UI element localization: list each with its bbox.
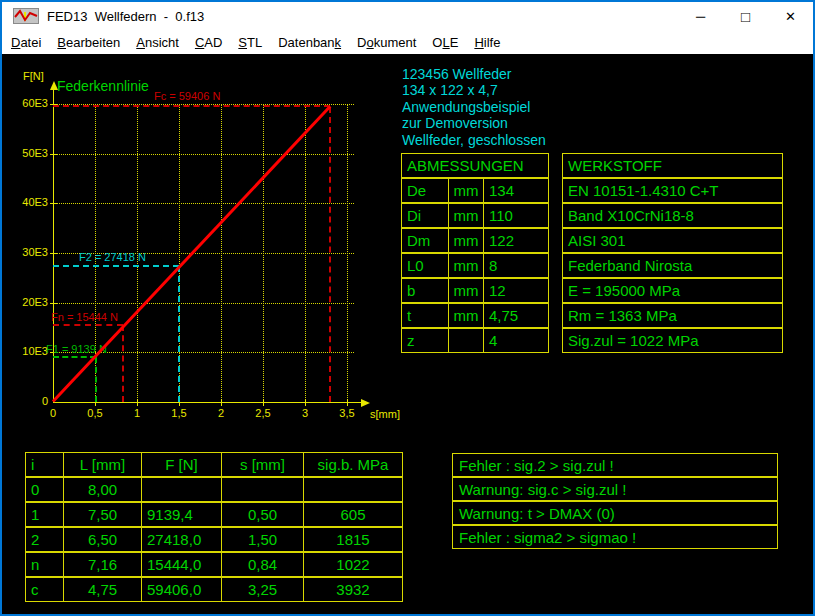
dim-unit: mm bbox=[448, 179, 483, 202]
f2-label: F2 = 27418 N bbox=[79, 252, 146, 263]
cell-s: 3,25 bbox=[221, 578, 303, 601]
info-line: Wellfeder, geschlossen bbox=[402, 132, 546, 148]
x-tick-label: 0 bbox=[38, 408, 68, 419]
dim-value: 122 bbox=[483, 229, 548, 252]
cell-i: n bbox=[26, 553, 63, 576]
message-list: Fehler : sig.2 > sig.zul ! Warnung: sig.… bbox=[452, 453, 778, 549]
info-line: zur Demoversion bbox=[402, 115, 546, 131]
table-row: AISI 301 bbox=[562, 228, 783, 253]
table-row: Di mm 110 bbox=[401, 203, 549, 228]
table-row: Rm = 1363 MPa bbox=[562, 303, 783, 328]
cell-sig: 605 bbox=[303, 503, 402, 526]
title-bar: FED13 Wellfedern - 0.f13 ─ □ ✕ bbox=[2, 2, 813, 30]
abmessungen-table: ABMESSUNGEN De mm 134 Di mm 110 Dm mm 12… bbox=[401, 153, 549, 353]
menu-label-key: o bbox=[366, 35, 373, 50]
dim-name: t bbox=[402, 304, 448, 327]
cell-F: 15444,0 bbox=[141, 553, 221, 576]
x-tick bbox=[221, 399, 222, 406]
cell-L: 7,50 bbox=[63, 503, 141, 526]
table-row: E = 195000 MPa bbox=[562, 278, 783, 303]
table-title: ABMESSUNGEN bbox=[402, 154, 524, 177]
x-tick-label: 1 bbox=[122, 408, 152, 419]
menu-label-key: B bbox=[57, 35, 66, 50]
menu-label-post: earbeiten bbox=[66, 35, 120, 50]
spring-curve-icon bbox=[13, 8, 39, 24]
x-tick-label: 1,5 bbox=[164, 408, 194, 419]
menu-item-hilfe[interactable]: Hilfe bbox=[474, 35, 500, 50]
table-row: L0 mm 8 bbox=[401, 253, 549, 278]
menu-item-bearbeiten[interactable]: Bearbeiten bbox=[57, 35, 120, 50]
table-row: t mm 4,75 bbox=[401, 303, 549, 328]
table-row: c 4,75 59406,0 3,25 3932 bbox=[25, 577, 403, 602]
maximize-button-icon[interactable]: □ bbox=[723, 2, 768, 30]
grid-line bbox=[53, 154, 354, 155]
col-header: F [N] bbox=[141, 453, 221, 476]
chart-title: Federkennlinie bbox=[57, 78, 149, 94]
dim-value: 110 bbox=[483, 204, 548, 227]
table-row: EN 10151-1.4310 C+T bbox=[562, 178, 783, 203]
cell-s bbox=[221, 478, 303, 501]
y-axis-arrow-icon bbox=[50, 81, 58, 90]
app-icon[interactable] bbox=[13, 8, 39, 24]
table-row: b mm 12 bbox=[401, 278, 549, 303]
minimize-button-icon[interactable]: ─ bbox=[678, 2, 723, 30]
y-tick bbox=[50, 154, 57, 155]
menu-label-pre: Datenban bbox=[278, 35, 334, 50]
y-tick-label: 30E3 bbox=[18, 247, 48, 258]
cell-sig: 1815 bbox=[303, 528, 402, 551]
cell-sig: 3932 bbox=[303, 578, 402, 601]
menu-item-ansicht[interactable]: Ansicht bbox=[136, 35, 179, 50]
dim-value: 8 bbox=[483, 254, 548, 277]
menu-label-post: kument bbox=[374, 35, 417, 50]
warning-message: Warnung: sig.c > sig.zul ! bbox=[452, 477, 778, 501]
menu-item-stl[interactable]: STL bbox=[238, 35, 262, 50]
f1-hline bbox=[53, 356, 96, 358]
table-row: z 4 bbox=[401, 328, 549, 353]
cell-L: 4,75 bbox=[63, 578, 141, 601]
abmessungen-header: ABMESSUNGEN bbox=[401, 153, 549, 178]
cell-i: c bbox=[26, 578, 63, 601]
f2-vline bbox=[178, 266, 180, 402]
table-row: 1 7,50 9139,4 0,50 605 bbox=[25, 502, 403, 527]
grid-line bbox=[53, 203, 354, 204]
menu-label-post: ilfe bbox=[484, 35, 501, 50]
error-message: Fehler : sigma2 > sigmao ! bbox=[452, 525, 778, 549]
error-message: Fehler : sig.2 > sig.zul ! bbox=[452, 453, 778, 477]
f1-vline bbox=[95, 357, 97, 402]
dim-value: 4,75 bbox=[483, 304, 548, 327]
menu-item-datenbank[interactable]: Datenbank bbox=[278, 35, 341, 50]
x-tick-label: 2,5 bbox=[248, 408, 278, 419]
x-tick bbox=[263, 399, 264, 406]
menu-item-dokument[interactable]: Dokument bbox=[357, 35, 416, 50]
fn-vline bbox=[122, 325, 124, 402]
x-tick bbox=[347, 399, 348, 406]
x-tick bbox=[137, 399, 138, 406]
cell-s: 1,50 bbox=[221, 528, 303, 551]
cell-F: 27418,0 bbox=[141, 528, 221, 551]
menu-item-datei[interactable]: Datei bbox=[11, 35, 41, 50]
info-line: 123456 Wellfeder bbox=[402, 66, 546, 82]
fn-label: Fn = 15444 N bbox=[51, 312, 118, 323]
dim-value: 4 bbox=[483, 329, 548, 352]
cell-i: 2 bbox=[26, 528, 63, 551]
menu-label-key: C bbox=[195, 35, 204, 50]
menu-label-key: H bbox=[474, 35, 483, 50]
fc-vline bbox=[329, 107, 331, 402]
fc-label: Fc = 59406 N bbox=[154, 91, 220, 102]
dim-name: L0 bbox=[402, 254, 448, 277]
menu-item-cad[interactable]: CAD bbox=[195, 35, 222, 50]
y-axis-label: F[N] bbox=[23, 70, 44, 82]
cell-F bbox=[141, 478, 221, 501]
cell-i: 1 bbox=[26, 503, 63, 526]
menu-item-ole[interactable]: OLE bbox=[432, 35, 458, 50]
spring-info-block: 123456 Wellfeder 134 x 122 x 4,7 Anwendu… bbox=[402, 66, 546, 148]
table-row: 2 6,50 27418,0 1,50 1815 bbox=[25, 527, 403, 552]
dim-unit: mm bbox=[448, 279, 483, 302]
x-tick-label: 3,5 bbox=[332, 408, 362, 419]
close-button-icon[interactable]: ✕ bbox=[768, 2, 813, 30]
y-tick-label: 20E3 bbox=[18, 297, 48, 308]
table-row: De mm 134 bbox=[401, 178, 549, 203]
menu-label-key: S bbox=[238, 35, 247, 50]
table-row: Federband Nirosta bbox=[562, 253, 783, 278]
dim-value: 12 bbox=[483, 279, 548, 302]
